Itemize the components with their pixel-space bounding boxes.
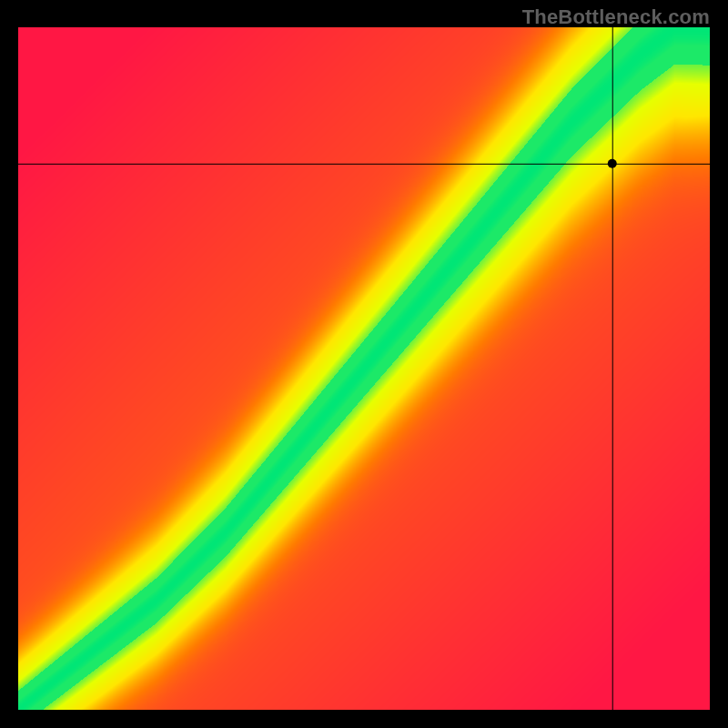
bottleneck-heatmap xyxy=(18,27,710,710)
watermark-text: TheBottleneck.com xyxy=(522,5,710,29)
chart-container: TheBottleneck.com xyxy=(0,0,728,728)
